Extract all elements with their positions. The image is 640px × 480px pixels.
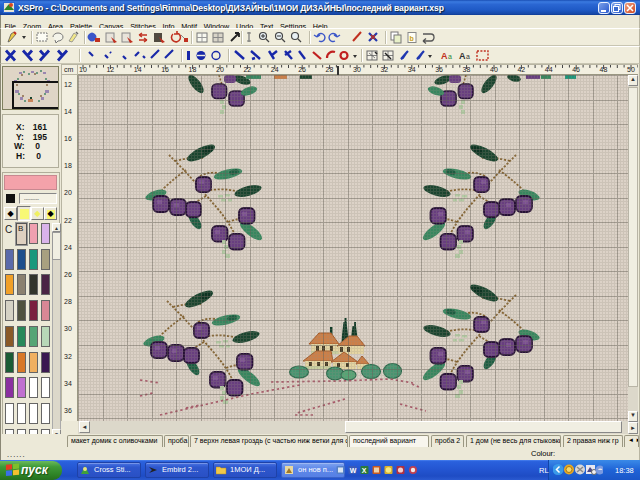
- svg-text:a: a: [466, 53, 470, 60]
- svg-text:b: b: [410, 35, 414, 42]
- svg-text:A: A: [441, 51, 448, 61]
- svg-text:a: a: [448, 53, 452, 60]
- svg-text:X: X: [362, 467, 367, 474]
- svg-text:W: W: [350, 467, 357, 474]
- svg-text:A: A: [459, 51, 466, 61]
